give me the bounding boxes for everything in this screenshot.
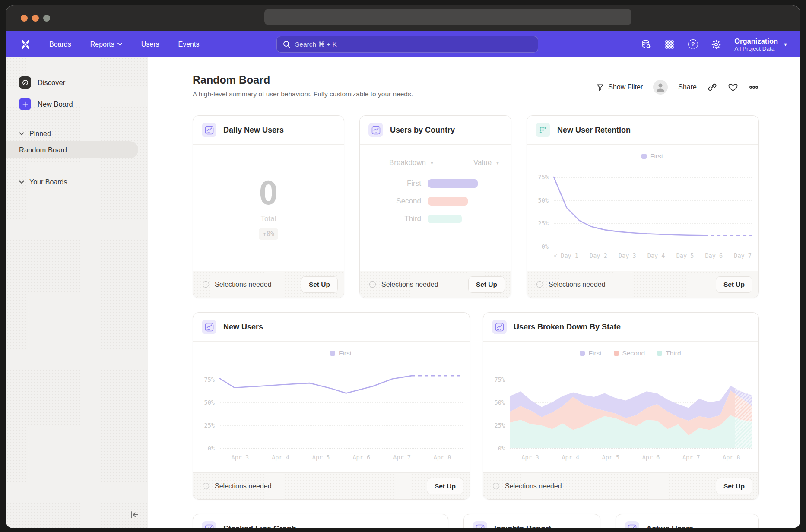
board-actions: Show Filter Share: [596, 80, 759, 95]
sidebar-section-label: Pinned: [29, 130, 51, 138]
stacked-area-chart: FirstSecondThird75%50%25%0%Apr 3Apr 4Apr…: [483, 342, 758, 472]
zoom-window-button[interactable]: [43, 15, 50, 22]
card-title: Users by Country: [390, 126, 455, 135]
x-axis-label: Apr 3: [232, 454, 249, 461]
discover-compass-icon: [19, 76, 31, 89]
card-body: Breakdown ▼ Value ▼ FirstSecondThird: [360, 145, 511, 271]
set-up-button[interactable]: Set Up: [427, 478, 463, 494]
nav-item-users[interactable]: Users: [141, 41, 159, 48]
x-axis-label: Apr 5: [312, 454, 330, 461]
retention-line-chart: First75%50%25%0%< Day 1Day 2Day 3Day 4Da…: [527, 145, 758, 271]
plus-icon: [19, 98, 31, 110]
mixpanel-logo-icon[interactable]: [20, 39, 31, 50]
metric-delta-badge: ↑0%: [259, 228, 278, 240]
chart-legend: FirstSecondThird: [508, 349, 752, 357]
sidebar-section-your-boards[interactable]: Your Boards: [6, 178, 148, 186]
insights-chart-icon: [202, 123, 216, 137]
card-title: Stacked Line Graph: [223, 524, 296, 528]
card-new-user-retention: New User Retention First75%50%25%0%< Day…: [527, 115, 759, 298]
insights-chart-icon: [202, 320, 216, 334]
sidebar-item-random-board[interactable]: Random Board: [6, 141, 138, 158]
page-title: Random Board: [193, 74, 413, 86]
bar-category-label: Third: [360, 215, 428, 223]
metric: 0 Total ↑0%: [193, 145, 344, 271]
sidebar-item-new-board[interactable]: New Board: [6, 98, 148, 110]
filter-funnel-icon: [596, 83, 604, 92]
collapse-sidebar-button[interactable]: [130, 510, 141, 521]
legend-item: First: [641, 152, 663, 160]
sidebar-item-discover[interactable]: Discover: [6, 76, 148, 89]
cards-row-1: Daily New Users 0 Total ↑0% Selections n…: [193, 115, 759, 298]
sidebar-item-label: New Board: [38, 100, 73, 108]
card-footer: Selections needed Set Up: [193, 271, 344, 298]
avatar[interactable]: [653, 80, 668, 95]
chart-legend: First: [218, 349, 463, 357]
data-management-icon[interactable]: [641, 39, 651, 50]
nav-item-boards[interactable]: Boards: [49, 41, 71, 48]
minimize-window-button[interactable]: [32, 15, 39, 22]
card-body: First75%50%25%0%Apr 3Apr 4Apr 5Apr 6Apr …: [193, 342, 470, 472]
plot-area: 75%50%25%0%< Day 1Day 2Day 3Day 4Day 5Da…: [554, 171, 752, 247]
card-header: Stacked Line Graph: [193, 514, 448, 528]
legend-swatch: [580, 351, 585, 356]
x-axis-label: Apr 4: [562, 454, 579, 461]
cards-row-2: New Users First75%50%25%0%Apr 3Apr 4Apr …: [193, 312, 759, 500]
plot-area: 75%50%25%0%Apr 3Apr 4Apr 5Apr 6Apr 7Apr …: [220, 367, 463, 448]
settings-gear-icon[interactable]: [711, 39, 721, 50]
address-bar[interactable]: [264, 9, 631, 25]
browser-window: Boards Reports Users Events: [6, 5, 800, 528]
status-circle-icon: [203, 281, 209, 288]
more-options-icon[interactable]: [749, 82, 759, 92]
y-axis-label: 25%: [529, 220, 549, 227]
set-up-button[interactable]: Set Up: [716, 276, 752, 293]
top-nav: Boards Reports Users Events: [6, 31, 800, 57]
card-body: FirstSecondThird75%50%25%0%Apr 3Apr 4Apr…: [483, 342, 758, 472]
card-header: Daily New Users: [193, 116, 344, 145]
x-axis-label: Apr 4: [272, 454, 289, 461]
set-up-button[interactable]: Set Up: [301, 276, 338, 293]
favorite-heart-icon[interactable]: [728, 82, 738, 92]
sidebar-section-pinned[interactable]: Pinned: [6, 130, 148, 138]
dropdown-label: Value: [473, 158, 492, 167]
show-filter-button[interactable]: Show Filter: [596, 83, 643, 92]
chart-line-first: [554, 177, 704, 235]
bar-row: First: [360, 179, 511, 188]
card-footer: Selections needed Set Up: [360, 271, 511, 298]
card-header: New Users: [193, 313, 470, 342]
x-axis-label: Apr 8: [723, 454, 740, 461]
legend-item: Third: [657, 349, 681, 357]
copy-link-icon[interactable]: [707, 82, 717, 92]
card-body: First75%50%25%0%< Day 1Day 2Day 3Day 4Da…: [527, 145, 758, 271]
breakdown-dropdown[interactable]: Breakdown ▼: [389, 158, 434, 167]
search-input[interactable]: Search ⌘ + K: [276, 36, 538, 53]
set-up-button[interactable]: Set Up: [716, 478, 752, 494]
chevron-down-icon: [117, 43, 122, 46]
card-title: Daily New Users: [223, 126, 284, 135]
card-body: 0 Total ↑0%: [193, 145, 344, 271]
x-axis-label: Apr 8: [434, 454, 451, 461]
set-up-button[interactable]: Set Up: [468, 276, 505, 293]
bar: [428, 179, 478, 188]
chart-legend: First: [552, 152, 752, 160]
y-axis-label: 25%: [485, 422, 505, 429]
close-window-button[interactable]: [21, 15, 28, 22]
nav-menu: Boards Reports Users Events: [49, 41, 199, 48]
x-axis-label: Day 6: [705, 252, 723, 259]
card-new-users: New Users First75%50%25%0%Apr 3Apr 4Apr …: [193, 312, 470, 500]
share-button[interactable]: Share: [678, 83, 697, 91]
x-axis-label: Apr 6: [352, 454, 370, 461]
organization-switcher[interactable]: Organization All Project Data ▼: [734, 37, 788, 52]
apps-grid-icon[interactable]: [664, 39, 675, 50]
help-icon[interactable]: ?: [688, 39, 698, 50]
nav-item-reports[interactable]: Reports: [90, 41, 122, 48]
y-axis-label: 50%: [485, 399, 505, 406]
nav-item-label: Events: [178, 41, 200, 48]
traffic-lights: [21, 15, 50, 22]
x-axis-labels: Apr 3Apr 4Apr 5Apr 6Apr 7Apr 8: [510, 454, 752, 461]
card-footer: Selections needed Set Up: [193, 472, 470, 499]
status-text: Selections needed: [215, 281, 295, 288]
value-dropdown[interactable]: Value ▼: [473, 158, 500, 167]
chevron-down-icon: ▼: [783, 42, 788, 47]
nav-right-icons: ? Organ: [641, 31, 788, 57]
nav-item-events[interactable]: Events: [178, 41, 200, 48]
